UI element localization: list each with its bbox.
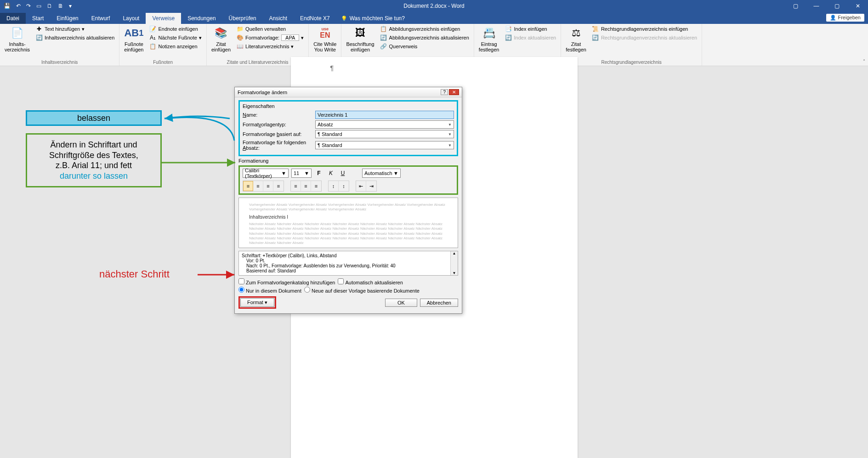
redo-icon[interactable]: ↷ — [26, 3, 31, 9]
next-icon: A₁ — [149, 34, 157, 41]
template-radio[interactable]: Neue auf dieser Vorlage basierende Dokum… — [304, 287, 420, 294]
insert-citation-button[interactable]: 📚Zitat einfügen — [210, 25, 233, 53]
tab-start[interactable]: Start — [26, 13, 50, 24]
tab-file[interactable]: Datei — [0, 13, 26, 24]
style-dropdown[interactable]: 🎨Formatvorlage: APA ▾ — [234, 34, 306, 42]
add-text-button[interactable]: ✚Text hinzufügen ▾ — [34, 25, 116, 33]
minimize-icon[interactable]: — — [806, 1, 827, 11]
font-value: Calibri (Textkörper) — [245, 168, 281, 179]
indent-dec-button[interactable]: ⇤ — [356, 181, 366, 191]
qat-icon[interactable]: 🗋 — [47, 3, 52, 9]
tab-ansicht[interactable]: Ansicht — [263, 13, 294, 24]
spacing-1-button[interactable]: ≡ — [291, 181, 301, 191]
update-index-button[interactable]: 🔄Index aktualisieren — [503, 34, 558, 42]
share-button[interactable]: 👤 Freigeben — [826, 14, 864, 22]
show-notes-button[interactable]: 📋Notizen anzeigen — [148, 42, 204, 51]
tab-ueberpruefen[interactable]: Überprüfen — [222, 13, 263, 24]
entry-icon: 📇 — [482, 26, 496, 40]
tab-layout[interactable]: Layout — [116, 13, 146, 24]
qat-icon[interactable]: ▭ — [36, 3, 41, 9]
tab-sendungen[interactable]: Sendungen — [181, 13, 222, 24]
insert-authorities-button[interactable]: 📜Rechtsgrundlagenverzeichnis einfügen — [590, 25, 699, 33]
manage-sources-button[interactable]: 📁Quellen verwalten — [234, 25, 306, 33]
align-left-button[interactable]: ≡ — [243, 181, 253, 191]
endnote-icon: 📝 — [149, 25, 157, 33]
spacing-2-button[interactable]: ≡ — [311, 181, 321, 191]
figlist-icon: 📋 — [380, 25, 387, 33]
toc-button[interactable]: 📄Inhalts- verzeichnis — [3, 25, 32, 53]
tell-me[interactable]: 💡Was möchten Sie tun? — [336, 13, 409, 24]
mark-entry-button[interactable]: 📇Eintrag festlegen — [477, 25, 501, 53]
align-justify-button[interactable]: ≡ — [273, 181, 284, 191]
type-label: Formatvorlagentyp: — [243, 122, 315, 127]
indent-inc-button[interactable]: ⇥ — [366, 181, 376, 191]
this-doc-radio[interactable]: Nur in diesem Dokument — [238, 287, 301, 294]
tab-endnote[interactable]: EndNote X7 — [294, 13, 336, 24]
collapse-ribbon-icon[interactable]: ˄ — [863, 59, 865, 64]
qat-more-icon[interactable]: ▾ — [69, 3, 72, 9]
qat-icon[interactable]: 🗎 — [58, 3, 63, 9]
insert-caption-button[interactable]: 🖼Beschriftung einfügen — [344, 25, 376, 53]
tab-entwurf[interactable]: Entwurf — [85, 13, 117, 24]
space-before-inc-button[interactable]: ↕ — [329, 181, 339, 191]
citation-mark-label: Zitat festlegen — [566, 41, 586, 52]
font-combo[interactable]: Calibri (Textkörper)▼ — [243, 169, 289, 178]
update-toc-button[interactable]: 🔄Inhaltsverzeichnis aktualisieren — [34, 34, 116, 42]
footnote-button[interactable]: AB1Fußnote einfügen — [122, 25, 145, 53]
cite-while-write-button[interactable]: useENCite While You Write — [312, 25, 338, 53]
tab-verweise[interactable]: Verweise — [146, 13, 181, 24]
format-button[interactable]: Format ▾ — [240, 298, 274, 307]
ok-button[interactable]: OK — [385, 299, 417, 307]
bibliography-button[interactable]: 📖Literaturverzeichnis ▾ — [234, 42, 306, 51]
crossref-button[interactable]: 🔗Querverweis — [378, 42, 471, 51]
italic-button[interactable]: K — [326, 169, 335, 178]
tab-einfuegen[interactable]: Einfügen — [50, 13, 85, 24]
close-icon[interactable]: ✕ — [449, 89, 459, 95]
next-footnote-label: Nächste Fußnote — [159, 35, 197, 40]
close-icon[interactable]: ✕ — [847, 1, 868, 11]
annotation-text: Schriftgröße des Textes, — [49, 150, 138, 161]
underline-button[interactable]: U — [338, 169, 347, 178]
undo-icon[interactable]: ↶ — [16, 3, 21, 9]
name-input[interactable] — [315, 111, 454, 119]
entry-label: Eintrag festlegen — [479, 41, 499, 52]
modify-style-dialog: Formatvorlage ändern ? ✕ Eigenschaften N… — [234, 87, 462, 314]
ribbon-group-footnotes: AB1Fußnote einfügen 📝Endnote einfügen A₁… — [119, 24, 207, 66]
spacing-15-button[interactable]: ≡ — [301, 181, 311, 191]
cancel-button[interactable]: Abbrechen — [420, 299, 458, 307]
help-icon[interactable]: ? — [441, 89, 448, 95]
insert-index-button[interactable]: 📑Index einfügen — [503, 25, 558, 33]
mark-citation-button[interactable]: ⚖Zitat festlegen — [564, 25, 588, 53]
insert-figlist-button[interactable]: 📋Abbildungsverzeichnis einfügen — [378, 25, 471, 33]
chevron-down-icon: ▼ — [304, 170, 309, 176]
r1-label: Nur in diesem Dokument — [246, 288, 301, 294]
scroll-down-icon[interactable]: ▼ — [453, 271, 456, 275]
save-icon[interactable]: 💾 — [4, 3, 11, 9]
update-authorities-button[interactable]: 🔄Rechtsgrundlagenverzeichnis aktualisier… — [590, 34, 699, 42]
desc-line: Schriftart: +Textkörper (Calibri), Links… — [242, 253, 455, 258]
size-combo[interactable]: 11▼ — [291, 169, 312, 178]
biblio-label: Literaturverzeichnis — [245, 44, 289, 49]
update-figlist-button[interactable]: 🔄Abbildungsverzeichnis aktualisieren — [378, 34, 471, 42]
scroll-up-icon[interactable]: ▲ — [453, 251, 456, 255]
next-footnote-button[interactable]: A₁Nächste Fußnote ▾ — [148, 34, 204, 42]
add-to-catalog-checkbox[interactable]: Zum Formatvorlagenkatalog hinzufügen — [238, 278, 335, 285]
endnote-button[interactable]: 📝Endnote einfügen — [148, 25, 204, 33]
ribbon-options-icon[interactable]: ▢ — [785, 1, 806, 11]
next-combo[interactable]: ¶ Standard▼ — [315, 141, 454, 149]
auto-update-checkbox[interactable]: Automatisch aktualisieren — [338, 278, 403, 285]
align-center-button[interactable]: ≡ — [253, 181, 263, 191]
color-combo[interactable]: Automatisch▼ — [362, 169, 401, 178]
chevron-down-icon: ▼ — [448, 132, 452, 136]
type-combo[interactable]: Absatz▼ — [315, 120, 454, 129]
maximize-icon[interactable]: ▢ — [827, 1, 847, 11]
space-before-dec-button[interactable]: ↕ — [339, 181, 349, 191]
bold-button[interactable]: F — [314, 169, 323, 178]
group-label: Fußnoten — [122, 59, 204, 66]
scrollbar[interactable]: ▲▼ — [450, 251, 458, 275]
preview-ghost: Vorhergehender Absatz Vorhergehender Abs… — [249, 203, 448, 212]
endnote-label: Endnote einfügen — [159, 26, 198, 32]
align-right-button[interactable]: ≡ — [263, 181, 273, 191]
notes-icon: 📋 — [149, 43, 157, 50]
based-combo[interactable]: ¶ Standard▼ — [315, 130, 454, 138]
